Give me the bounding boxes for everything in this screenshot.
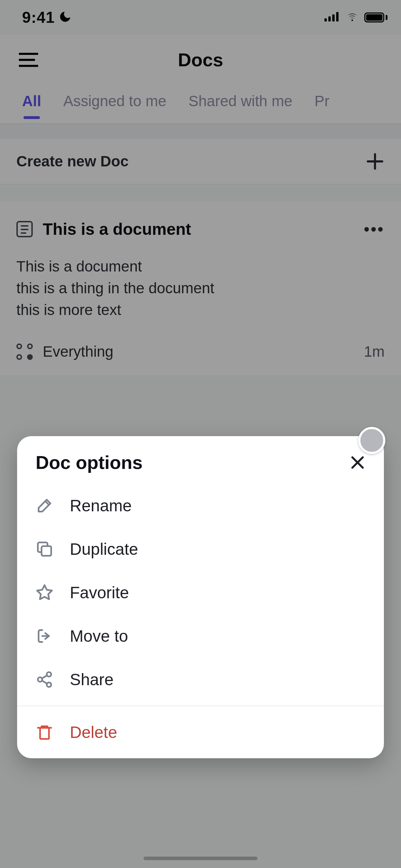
home-indicator <box>144 857 257 860</box>
option-favorite[interactable]: Favorite <box>17 571 384 614</box>
svg-rect-18 <box>40 728 49 739</box>
option-label: Duplicate <box>70 539 138 559</box>
svg-line-17 <box>42 681 47 683</box>
star-icon <box>36 584 53 601</box>
touch-indicator <box>358 427 385 454</box>
duplicate-icon <box>36 540 53 558</box>
trash-icon <box>36 723 53 741</box>
doc-options-sheet: Doc options Rename Duplicate Favorite Mo… <box>17 436 384 758</box>
option-move-to[interactable]: Move to <box>17 614 384 658</box>
move-icon <box>36 627 53 645</box>
option-label: Rename <box>70 496 132 515</box>
sheet-separator <box>17 706 384 706</box>
option-share[interactable]: Share <box>17 658 384 701</box>
pencil-icon <box>36 497 53 515</box>
option-label: Move to <box>70 626 128 646</box>
option-label: Share <box>70 670 114 689</box>
option-duplicate[interactable]: Duplicate <box>17 527 384 571</box>
close-button[interactable] <box>350 455 365 470</box>
option-rename[interactable]: Rename <box>17 484 384 527</box>
svg-marker-12 <box>37 585 52 599</box>
svg-rect-11 <box>42 546 51 556</box>
option-delete[interactable]: Delete <box>17 711 384 754</box>
option-label: Favorite <box>70 583 129 602</box>
sheet-title: Doc options <box>36 452 142 473</box>
share-icon <box>36 671 53 688</box>
option-label: Delete <box>70 723 117 742</box>
svg-line-16 <box>42 676 47 678</box>
